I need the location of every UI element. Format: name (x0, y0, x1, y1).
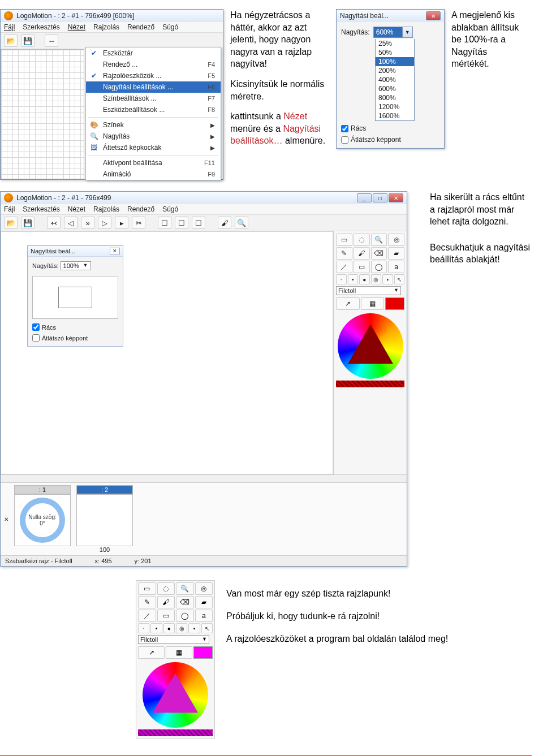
zoom-option[interactable]: 25% (376, 39, 414, 48)
menu-view[interactable]: Nézet (68, 205, 85, 213)
tool-brush-icon[interactable]: 🖌 (354, 247, 370, 260)
size-arrow-icon[interactable]: ↖ (201, 623, 213, 633)
opt-btn[interactable]: ▦ (166, 646, 192, 659)
tool-rect-icon[interactable]: ▭ (354, 261, 370, 273)
zoom-option[interactable]: 800% (376, 93, 414, 102)
tool-ellipse-icon[interactable]: ◯ (176, 610, 194, 622)
menu-draw[interactable]: Rajzolás (93, 205, 119, 213)
menu-edit[interactable]: Szerkesztés (23, 23, 59, 31)
zoom-value-combo[interactable]: 100% ▼ (61, 261, 91, 270)
menu-edit[interactable]: Szerkesztés (23, 205, 59, 213)
menu-item-aktivpont[interactable]: Aktívpont beállításaF11 (86, 157, 221, 169)
tool-zoom-icon[interactable]: 🔍 (176, 582, 194, 595)
size-m-icon[interactable]: ● (163, 623, 175, 633)
tool-zoom-icon[interactable]: 🔍 (371, 234, 387, 246)
menu-view[interactable]: Nézet (68, 23, 85, 31)
canvas[interactable]: Nagyítási beál... ✕ Nagyítás: 100% ▼ Rác… (1, 231, 333, 474)
tool-select-rect-icon[interactable]: ▭ (336, 234, 352, 246)
tool-eraser-icon[interactable]: ⌫ (371, 247, 387, 260)
tool-text-icon[interactable]: a (388, 261, 404, 273)
minimize-button[interactable]: _ (357, 193, 372, 202)
grid-checkbox[interactable] (341, 125, 348, 132)
zoom-icon[interactable]: 🔍 (235, 217, 248, 229)
tool-line-icon[interactable]: ／ (336, 261, 352, 273)
alpha-bar[interactable] (336, 381, 404, 387)
menu-help[interactable]: Súgó (162, 205, 178, 213)
menu-item-animacio[interactable]: AnimációF9 (86, 169, 221, 180)
tool-lasso-icon[interactable]: ◌ (354, 234, 370, 246)
zoom-option[interactable]: 50% (376, 48, 414, 57)
opt-btn[interactable]: ↗ (138, 646, 165, 659)
prev-icon[interactable]: ◁ (64, 217, 77, 229)
alpha-bar[interactable] (138, 729, 213, 736)
menu-file[interactable]: Fájl (4, 205, 15, 213)
transparent-checkbox[interactable] (341, 136, 348, 144)
menu-item-eszkoztar[interactable]: ✔Eszköztár (86, 47, 221, 59)
horizontal-scrollbar[interactable] (1, 474, 407, 482)
transparent-checkbox[interactable] (32, 334, 40, 342)
zoom-option-selected[interactable]: 100% (376, 57, 414, 66)
tool-pick-icon[interactable]: ◎ (195, 582, 213, 595)
menu-draw[interactable]: Rajzolás (93, 23, 119, 31)
tool-btn[interactable]: ☐ (175, 217, 188, 229)
tool-fill-icon[interactable]: ▰ (388, 247, 404, 260)
open-icon[interactable]: 📂 (4, 217, 18, 229)
close-button[interactable]: ✕ (426, 11, 441, 20)
size-s-icon[interactable]: • (348, 274, 359, 284)
tool-eraser-icon[interactable]: ⌫ (176, 596, 194, 608)
cut-icon[interactable]: ✂ (132, 217, 145, 229)
brush-icon[interactable]: 🖌 (218, 217, 231, 229)
grid-checkbox[interactable] (32, 323, 40, 331)
save-icon[interactable]: 💾 (21, 34, 35, 47)
menu-item-eszkozbeall[interactable]: Eszközbeállítások ...F8 (86, 104, 221, 115)
prev-first-icon[interactable]: ↢ (47, 217, 61, 229)
frame-2-selected[interactable]: : 2 100 (76, 485, 133, 553)
fwd-fast-icon[interactable]: » (81, 217, 94, 229)
tool-brush-icon[interactable]: 🖌 (157, 596, 175, 608)
color-swatch[interactable] (385, 297, 404, 310)
size-sq-icon[interactable]: ▪ (382, 274, 393, 284)
zoom-option[interactable]: 600% (376, 84, 414, 93)
menu-organizer[interactable]: Rendező (127, 23, 154, 31)
tool-lasso-icon[interactable]: ◌ (157, 582, 175, 595)
size-l-icon[interactable]: ◎ (176, 623, 187, 633)
color-wheel[interactable] (143, 662, 208, 728)
tool-btn[interactable]: ☐ (192, 217, 205, 229)
play-icon[interactable]: ▷ (98, 217, 111, 229)
size-m-icon[interactable]: ● (359, 274, 370, 284)
next-icon[interactable]: ▸ (115, 217, 128, 229)
color-swatch[interactable] (193, 646, 213, 659)
menu-item-attetszo[interactable]: 🖼Áttetsző képkockák▶ (86, 142, 221, 153)
tool-rect-icon[interactable]: ▭ (157, 610, 175, 622)
zoom-option[interactable]: 1600% (376, 111, 414, 120)
tool-fill-icon[interactable]: ▰ (195, 596, 213, 608)
size-sq-icon[interactable]: ▪ (188, 623, 200, 633)
size-xs-icon[interactable]: · (138, 623, 149, 633)
menu-item-szinbeall[interactable]: Színbeállítások ...F7 (86, 93, 221, 104)
tool-pencil-icon[interactable]: ✎ (336, 247, 352, 260)
frame-1[interactable]: : 1 Nulla szög: 0° (14, 485, 71, 546)
zoom-option[interactable]: 1200% (376, 102, 414, 111)
tool-text-icon[interactable]: a (195, 610, 213, 622)
menu-item-szinek[interactable]: 🎨Színek▶ (86, 119, 221, 131)
tool-pencil-icon[interactable]: ✎ (138, 596, 156, 608)
color-wheel[interactable] (338, 313, 403, 379)
tool-pick-icon[interactable]: ◎ (388, 234, 404, 246)
menu-organizer[interactable]: Rendező (127, 205, 154, 213)
close-icon[interactable]: ✕ (110, 248, 120, 254)
size-arrow-icon[interactable]: ↖ (394, 274, 405, 284)
maximize-button[interactable]: □ (373, 193, 387, 202)
tool-select-rect-icon[interactable]: ▭ (138, 582, 156, 595)
menu-help[interactable]: Súgó (162, 23, 178, 31)
tool-icon[interactable]: ↔ (45, 34, 58, 47)
zoom-option[interactable]: 400% (376, 75, 414, 84)
opt-btn[interactable]: ▦ (361, 297, 385, 310)
menu-item-rajzolo[interactable]: ✔Rajzolóeszközök ...F5 (86, 70, 221, 81)
tool-dropdown[interactable]: Filctoll▼ (336, 286, 401, 295)
tool-btn[interactable]: ☐ (158, 217, 171, 229)
size-l-icon[interactable]: ◎ (371, 274, 382, 284)
zoom-combo[interactable]: 600% ▼ (373, 27, 413, 38)
opt-btn[interactable]: ↗ (336, 297, 360, 310)
chevron-down-icon[interactable]: ▼ (402, 27, 412, 37)
tool-ellipse-icon[interactable]: ◯ (371, 261, 387, 273)
